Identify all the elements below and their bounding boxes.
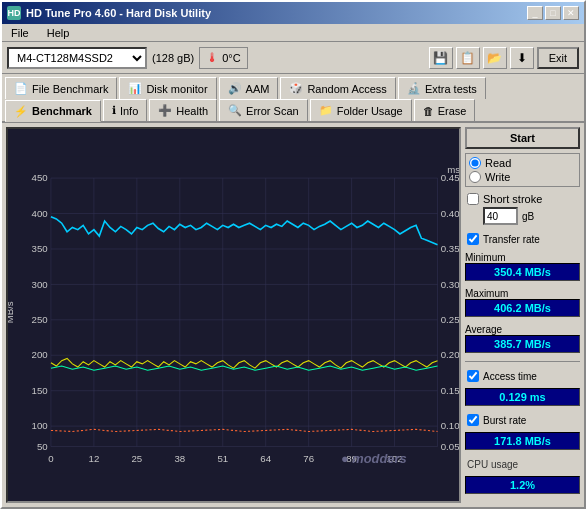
info-icon: ℹ — [112, 104, 116, 117]
svg-text:38: 38 — [174, 453, 185, 464]
random-access-icon: 🎲 — [289, 82, 303, 95]
tab-disk-monitor[interactable]: 📊 Disk monitor — [119, 77, 216, 99]
menu-file[interactable]: File — [7, 26, 33, 40]
svg-rect-0 — [8, 157, 459, 474]
burst-rate-block: 171.8 MB/s — [465, 432, 580, 450]
svg-text:0.15: 0.15 — [441, 385, 459, 396]
benchmark-chart: 450 400 350 300 250 200 150 100 50 MB/s … — [8, 129, 459, 501]
benchmark-icon: ⚡ — [14, 105, 28, 118]
window-title: HD Tune Pro 4.60 - Hard Disk Utility — [26, 7, 211, 19]
tab-extra-tests[interactable]: 🔬 Extra tests — [398, 77, 486, 99]
write-radio[interactable] — [469, 171, 481, 183]
tab-health[interactable]: ➕ Health — [149, 99, 217, 121]
cpu-usage-label: CPU usage — [467, 459, 518, 470]
access-time-value: 0.129 ms — [465, 388, 580, 406]
svg-text:50: 50 — [37, 441, 48, 452]
tab-error-scan[interactable]: 🔍 Error Scan — [219, 99, 308, 121]
minimum-value: 350.4 MB/s — [465, 263, 580, 281]
access-time-block: 0.129 ms — [465, 388, 580, 406]
svg-text:0: 0 — [48, 453, 53, 464]
gb-label: gB — [522, 211, 534, 222]
svg-text:25: 25 — [131, 453, 142, 464]
drive-size: (128 gB) — [152, 52, 194, 64]
drive-select[interactable]: M4-CT128M4SSD2 — [7, 47, 147, 69]
toolbar: M4-CT128M4SSD2 (128 gB) 🌡 0°C 💾 📋 📂 ⬇ Ex… — [2, 42, 584, 74]
svg-text:450: 450 — [32, 172, 48, 183]
svg-text:64: 64 — [260, 453, 271, 464]
error-scan-icon: 🔍 — [228, 104, 242, 117]
disk-monitor-icon: 📊 — [128, 82, 142, 95]
burst-rate-value: 171.8 MB/s — [465, 432, 580, 450]
health-icon: ➕ — [158, 104, 172, 117]
svg-text:0.20: 0.20 — [441, 349, 459, 360]
minimize-button[interactable]: _ — [527, 6, 543, 20]
svg-text:MB/s: MB/s — [8, 301, 15, 323]
title-bar-left: HD HD Tune Pro 4.60 - Hard Disk Utility — [7, 6, 211, 20]
cpu-value: 1.2% — [465, 476, 580, 494]
tabs-row1: 📄 File Benchmark 📊 Disk monitor 🔊 AAM 🎲 … — [2, 74, 584, 99]
average-label: Average — [465, 324, 580, 335]
svg-text:200: 200 — [32, 349, 48, 360]
tabs-row2: ⚡ Benchmark ℹ Info ➕ Health 🔍 Error Scan… — [2, 99, 584, 123]
maximum-label: Maximum — [465, 288, 580, 299]
copy-icon[interactable]: 📋 — [456, 47, 480, 69]
erase-icon: 🗑 — [423, 105, 434, 117]
short-stroke-checkbox[interactable] — [467, 193, 479, 205]
toolbar-icons: 💾 📋 📂 ⬇ Exit — [429, 47, 579, 69]
maximum-block: Maximum 406.2 MB/s — [465, 287, 580, 317]
content-area: 450 400 350 300 250 200 150 100 50 MB/s … — [2, 123, 584, 507]
tab-file-benchmark[interactable]: 📄 File Benchmark — [5, 77, 117, 99]
transfer-rate-checkbox[interactable] — [467, 233, 479, 245]
maximize-button[interactable]: □ — [545, 6, 561, 20]
cpu-block: 1.2% — [465, 476, 580, 494]
menu-help[interactable]: Help — [43, 26, 74, 40]
menu-bar: File Help — [2, 24, 584, 42]
svg-text:ms: ms — [447, 164, 459, 175]
tab-random-access[interactable]: 🎲 Random Access — [280, 77, 395, 99]
read-write-group: Read Write — [465, 153, 580, 187]
right-panel: Start Read Write Short stroke — [465, 127, 580, 503]
short-stroke-group: Short stroke gB — [465, 191, 580, 227]
svg-text:● modders: ● modders — [341, 451, 407, 466]
short-stroke-input[interactable] — [483, 207, 518, 225]
temperature-value: 0°C — [222, 52, 240, 64]
aam-icon: 🔊 — [228, 82, 242, 95]
divider1 — [465, 361, 580, 362]
save-icon[interactable]: 💾 — [429, 47, 453, 69]
minimum-block: Minimum 350.4 MB/s — [465, 251, 580, 281]
short-stroke-row: Short stroke — [467, 193, 578, 205]
svg-text:0.35: 0.35 — [441, 243, 459, 254]
svg-text:150: 150 — [32, 385, 48, 396]
access-time-checkbox[interactable] — [467, 370, 479, 382]
title-bar: HD HD Tune Pro 4.60 - Hard Disk Utility … — [2, 2, 584, 24]
svg-text:0.40: 0.40 — [441, 208, 459, 219]
folder-usage-icon: 📁 — [319, 104, 333, 117]
minimum-label: Minimum — [465, 252, 580, 263]
average-block: Average 385.7 MB/s — [465, 323, 580, 353]
read-radio-row: Read — [469, 157, 576, 169]
tab-erase[interactable]: 🗑 Erase — [414, 99, 476, 121]
extra-tests-icon: 🔬 — [407, 82, 421, 95]
burst-rate-checkbox[interactable] — [467, 414, 479, 426]
tab-info[interactable]: ℹ Info — [103, 99, 147, 121]
write-radio-row: Write — [469, 171, 576, 183]
tab-random-access-label: Random Access — [307, 83, 386, 95]
tab-aam[interactable]: 🔊 AAM — [219, 77, 279, 99]
svg-text:400: 400 — [32, 208, 48, 219]
start-button[interactable]: Start — [465, 127, 580, 149]
close-button[interactable]: ✕ — [563, 6, 579, 20]
folder-icon[interactable]: 📂 — [483, 47, 507, 69]
tab-disk-monitor-label: Disk monitor — [146, 83, 207, 95]
download-icon[interactable]: ⬇ — [510, 47, 534, 69]
burst-rate-label: Burst rate — [483, 415, 526, 426]
tab-benchmark[interactable]: ⚡ Benchmark — [5, 100, 101, 122]
svg-text:250: 250 — [32, 314, 48, 325]
file-benchmark-icon: 📄 — [14, 82, 28, 95]
average-value: 385.7 MB/s — [465, 335, 580, 353]
tab-file-benchmark-label: File Benchmark — [32, 83, 108, 95]
read-radio[interactable] — [469, 157, 481, 169]
svg-text:0.30: 0.30 — [441, 279, 459, 290]
title-controls: _ □ ✕ — [527, 6, 579, 20]
exit-button[interactable]: Exit — [537, 47, 579, 69]
tab-folder-usage[interactable]: 📁 Folder Usage — [310, 99, 412, 121]
